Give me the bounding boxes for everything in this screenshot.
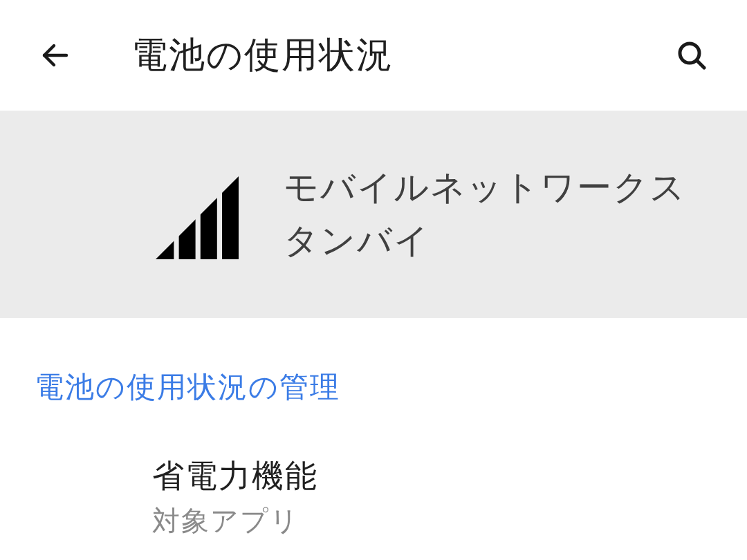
svg-rect-4	[174, 176, 178, 259]
section-title: 電池の使用状況の管理	[35, 368, 712, 407]
app-name: モバイルネットワークスタンバイ	[284, 161, 712, 268]
app-info-card: モバイルネットワークスタンバイ	[0, 111, 747, 318]
back-button[interactable]	[35, 35, 76, 76]
app-header: 電池の使用状況	[0, 0, 747, 111]
search-button[interactable]	[671, 35, 712, 76]
list-item-power-saving[interactable]: 省電力機能 対象アプリ	[0, 434, 747, 560]
svg-line-2	[697, 60, 704, 68]
signal-bars-icon	[152, 169, 242, 259]
svg-rect-6	[217, 176, 222, 259]
list-item-subtitle: 対象アプリ	[152, 502, 712, 540]
svg-rect-5	[196, 176, 201, 259]
section-header: 電池の使用状況の管理	[0, 318, 747, 434]
list-item-title: 省電力機能	[152, 455, 712, 498]
page-title: 電池の使用状況	[131, 31, 671, 80]
search-icon	[675, 39, 708, 72]
arrow-back-icon	[39, 39, 72, 72]
